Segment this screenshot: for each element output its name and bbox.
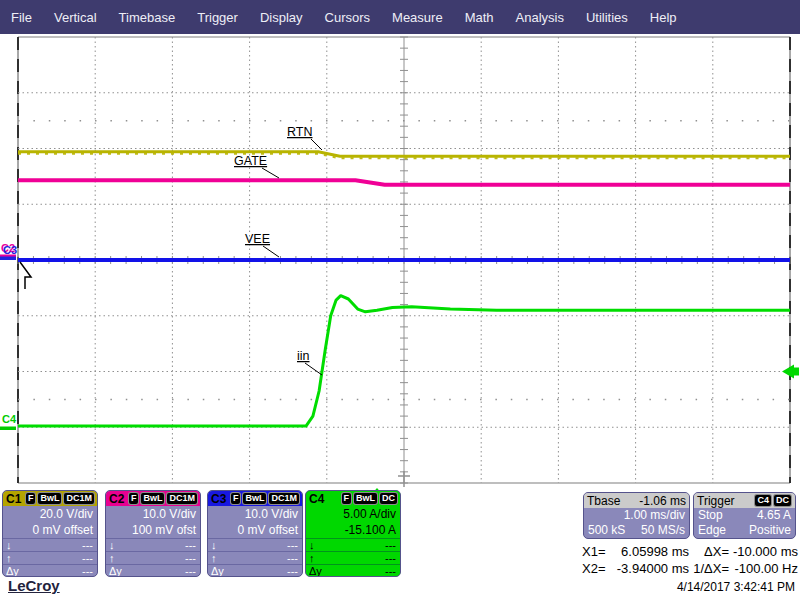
channel-label: C2 xyxy=(109,492,124,506)
measure-row: ↓ --- xyxy=(306,538,400,551)
trace-annotation-gate: GATE xyxy=(234,154,267,168)
channel-offset: 100 mV ofst xyxy=(106,522,200,538)
max-arrow-icon: ↑ xyxy=(6,552,12,564)
menu-measure[interactable]: Measure xyxy=(381,10,454,25)
measure-row: Δy --- xyxy=(106,564,200,577)
cursor-dx-value: -10.000 ms xyxy=(729,543,798,560)
channel-offset: -15.100 A xyxy=(306,522,400,538)
trace-annotation-iin: iin xyxy=(297,349,310,363)
timebase-scale: 1.00 ms/div xyxy=(624,508,685,523)
cursor-x2-label: X2= xyxy=(582,560,606,577)
menu-utilities[interactable]: Utilities xyxy=(575,10,639,25)
measure-row: ↑ --- xyxy=(3,551,97,564)
measure-row: ↓ --- xyxy=(208,538,302,551)
channel-zero-marker-c4 xyxy=(0,427,16,431)
max-arrow-icon: ↑ xyxy=(109,552,115,564)
channel-header: C2 F BwL DC1M xyxy=(106,491,200,506)
trigger-box[interactable]: Trigger C4 DC Stop 4.65 A Edge Positive xyxy=(693,492,796,539)
measure-row: ↓ --- xyxy=(3,538,97,551)
max-arrow-icon: ↑ xyxy=(309,552,315,564)
filter-badge: F xyxy=(341,492,353,505)
cursor-invdx-label: 1/ΔX= xyxy=(689,560,729,577)
trigger-source-badge: C4 xyxy=(754,494,772,507)
measure-row: ↓ --- xyxy=(106,538,200,551)
coupling-badge: DC1M xyxy=(166,492,198,505)
bwlimit-badge: BwL xyxy=(242,492,267,505)
channel-label: C1 xyxy=(6,492,21,506)
menu-vertical[interactable]: Vertical xyxy=(43,10,108,25)
max-value: --- xyxy=(385,552,396,564)
delta-y-value: --- xyxy=(82,565,93,577)
filter-badge: F xyxy=(25,492,37,505)
coupling-badge: DC1M xyxy=(268,492,300,505)
channel-box-c4[interactable]: C4 F BwL DC 5.00 A/div -15.100 A ↓ --- ↑… xyxy=(305,490,401,577)
max-arrow-icon: ↑ xyxy=(211,552,217,564)
menu-help[interactable]: Help xyxy=(639,10,688,25)
menu-analysis[interactable]: Analysis xyxy=(505,10,575,25)
channel-scale: 5.00 A/div xyxy=(306,506,400,522)
min-arrow-icon: ↓ xyxy=(109,539,115,551)
channel-zero-marker-c3 xyxy=(0,257,16,261)
channel-label: C4 xyxy=(309,492,324,506)
channel-box-c2[interactable]: C2 F BwL DC1M 10.0 V/div 100 mV ofst ↓ -… xyxy=(105,490,201,577)
trigger-title: Trigger xyxy=(697,494,735,508)
channel-header: C3 F BwL DC1M xyxy=(208,491,302,506)
min-value: --- xyxy=(287,539,298,551)
bwlimit-badge: BwL xyxy=(37,492,62,505)
menu-cursors[interactable]: Cursors xyxy=(314,10,382,25)
channel-scale: 20.0 V/div xyxy=(3,506,97,522)
channel-header: C1 F BwL DC1M xyxy=(3,491,97,506)
sample-count: 500 kS xyxy=(588,523,625,538)
channel-box-c1[interactable]: C1 F BwL DC1M 20.0 V/div 0 mV offset ↓ -… xyxy=(2,490,98,577)
bwlimit-badge: BwL xyxy=(353,492,378,505)
sample-rate: 50 MS/s xyxy=(641,523,685,538)
filter-badge: F xyxy=(230,492,242,505)
max-value: --- xyxy=(287,552,298,564)
timebase-scale-row: 1.00 ms/div xyxy=(584,508,689,523)
trigger-level-arrow[interactable] xyxy=(782,365,794,379)
channel-offset: 0 mV offset xyxy=(3,522,97,538)
trigger-type-row: Edge Positive xyxy=(694,523,795,538)
min-arrow-icon: ↓ xyxy=(211,539,217,551)
min-value: --- xyxy=(82,539,93,551)
measure-row: ↑ --- xyxy=(306,551,400,564)
trace-annotation-rtn: RTN xyxy=(287,125,312,139)
timebase-header: Tbase -1.06 ms xyxy=(584,493,689,508)
menu-trigger[interactable]: Trigger xyxy=(186,10,249,25)
trigger-mode-row: Stop 4.65 A xyxy=(694,508,795,523)
datetime: 4/14/2017 3:42:41 PM xyxy=(677,580,795,594)
measure-row: Δy --- xyxy=(3,564,97,577)
cursor-x1-value: 6.05998 ms xyxy=(606,543,690,560)
menu-math[interactable]: Math xyxy=(454,10,505,25)
channel-scale: 10.0 V/div xyxy=(106,506,200,522)
channel-zero-label-c4: C4 xyxy=(2,413,17,425)
cursor-x1-label: X1= xyxy=(582,543,606,560)
menu-bar: File Vertical Timebase Trigger Display C… xyxy=(0,0,800,34)
max-value: --- xyxy=(82,552,93,564)
timebase-offset: -1.06 ms xyxy=(639,494,686,508)
menu-file[interactable]: File xyxy=(0,10,43,25)
menu-display[interactable]: Display xyxy=(249,10,314,25)
min-arrow-icon: ↓ xyxy=(6,539,12,551)
trigger-level: 4.65 A xyxy=(757,508,791,523)
marker-step-glyph xyxy=(20,262,31,289)
trigger-level-arrow-tail xyxy=(794,368,799,376)
min-value: --- xyxy=(185,539,196,551)
lecroy-logo: LeCroy xyxy=(8,577,60,594)
annotation-pointer-gate xyxy=(262,168,279,178)
delta-y-value: --- xyxy=(287,565,298,577)
measure-row: Δy --- xyxy=(306,564,400,577)
channel-header: C4 F BwL DC xyxy=(306,491,400,506)
cursor-invdx-value: -100.00 Hz xyxy=(729,560,798,577)
delta-y-icon: Δy xyxy=(109,565,122,577)
trigger-mode: Stop xyxy=(698,508,723,523)
timebase-box[interactable]: Tbase -1.06 ms 1.00 ms/div 500 kS 50 MS/… xyxy=(583,492,690,539)
cursor-dx-label: ΔX= xyxy=(689,543,729,560)
timebase-title: Tbase xyxy=(587,494,620,508)
timebase-sampling-row: 500 kS 50 MS/s xyxy=(584,523,689,538)
channel-box-c3[interactable]: C3 F BwL DC1M 10.0 V/div 0 mV offset ↓ -… xyxy=(207,490,303,577)
coupling-badge: DC1M xyxy=(63,492,95,505)
channel-scale: 10.0 V/div xyxy=(208,506,302,522)
menu-timebase[interactable]: Timebase xyxy=(108,10,187,25)
channel-offset: 0 mV offset xyxy=(208,522,302,538)
